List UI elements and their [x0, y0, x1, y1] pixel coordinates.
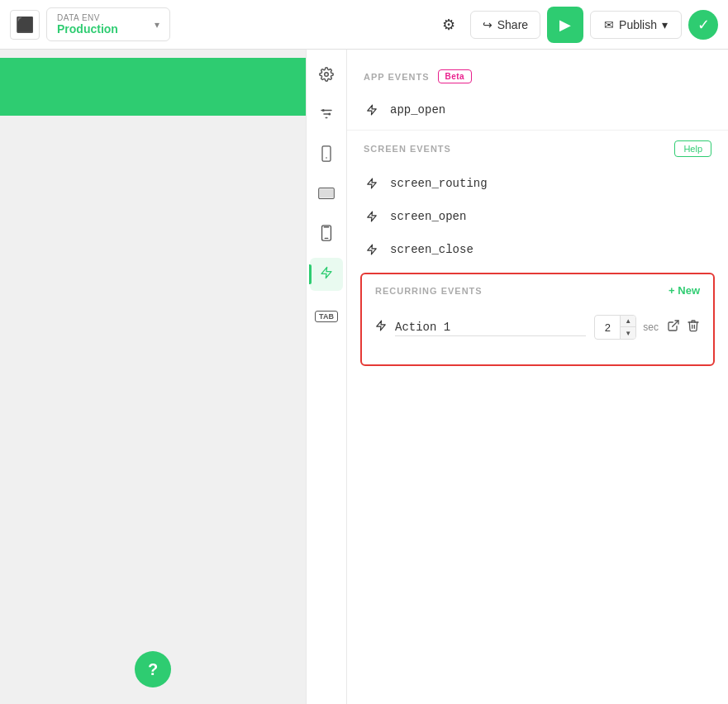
- lightning-event-icon: [364, 103, 380, 117]
- mobile2-icon: [321, 225, 332, 245]
- svg-rect-6: [322, 145, 331, 160]
- sidebar-item-tab[interactable]: TAB: [310, 297, 343, 331]
- svg-marker-15: [368, 178, 377, 188]
- events-panel: APP EVENTS Beta app_open SCREEN EVENTS H…: [347, 50, 728, 704]
- sidebar-item-settings[interactable]: [310, 59, 343, 93]
- screen-routing-icon: [364, 177, 380, 190]
- time-input-group: 2 ▲ ▼ sec: [594, 315, 659, 340]
- help-badge[interactable]: Help: [674, 140, 711, 157]
- screen-events-section-header: SCREEN EVENTS Help: [347, 134, 728, 164]
- screen-close-item[interactable]: screen_close: [347, 233, 728, 266]
- time-spinners: ▲ ▼: [620, 316, 635, 339]
- app-events-section-header: APP EVENTS Beta: [347, 63, 728, 90]
- svg-point-0: [325, 72, 329, 76]
- chevron-down-icon: ▾: [155, 19, 159, 31]
- tab-icon: TAB: [315, 306, 338, 323]
- screen-close-icon: [364, 243, 380, 256]
- publish-button[interactable]: ✉ Publish ▾: [590, 11, 682, 39]
- share-icon: ↪: [483, 18, 492, 31]
- svg-point-4: [322, 109, 325, 112]
- data-env-label: Data Env Production: [57, 13, 118, 36]
- time-value-box: 2 ▲ ▼: [594, 315, 636, 340]
- svg-marker-18: [377, 321, 386, 331]
- svg-line-19: [673, 321, 678, 326]
- screen-routing-label: screen_routing: [390, 177, 488, 190]
- tablet-icon: [318, 187, 335, 204]
- spinner-down-button[interactable]: ▼: [621, 327, 635, 339]
- action-row-buttons: [667, 319, 700, 335]
- main-layout: ?: [0, 50, 728, 704]
- svg-point-5: [328, 112, 331, 115]
- green-bar: [0, 58, 306, 116]
- mobile-icon: [320, 145, 333, 166]
- sidebar-item-lightning[interactable]: [310, 258, 343, 291]
- screen-open-item[interactable]: screen_open: [347, 200, 728, 233]
- recurring-events-title: RECURRING EVENTS: [375, 286, 660, 296]
- share-button[interactable]: ↪ Share: [470, 11, 540, 39]
- app-open-item[interactable]: app_open: [347, 93, 728, 126]
- data-env-top-label: Data Env: [57, 13, 118, 22]
- screen-open-label: screen_open: [390, 210, 466, 223]
- recurring-events-section: RECURRING EVENTS + New 2 ▲ ▼: [360, 273, 715, 366]
- svg-marker-14: [368, 105, 377, 115]
- gear-button[interactable]: ⚙: [434, 10, 464, 40]
- action1-row: 2 ▲ ▼ sec: [362, 307, 713, 348]
- action1-delete-button[interactable]: [687, 319, 700, 335]
- screen-open-icon: [364, 210, 380, 223]
- recurring-events-header: RECURRING EVENTS + New: [362, 274, 713, 307]
- data-env-value: Production: [57, 22, 118, 36]
- action1-lightning-icon: [375, 319, 387, 335]
- sidebar: TAB: [306, 50, 347, 704]
- app-open-label: app_open: [390, 103, 445, 117]
- play-icon: ▶: [559, 16, 571, 34]
- external-link-icon: [667, 319, 680, 335]
- gear-icon: [319, 67, 334, 86]
- new-recurring-button[interactable]: + New: [669, 284, 700, 297]
- svg-marker-16: [368, 212, 377, 221]
- canvas-panel: ?: [0, 50, 306, 704]
- trash-icon: [687, 319, 700, 335]
- publish-chevron-icon: ▾: [662, 18, 668, 31]
- divider1: [347, 130, 728, 131]
- check-button[interactable]: ✓: [688, 10, 718, 40]
- help-button[interactable]: ?: [135, 651, 171, 687]
- filter-icon: [319, 107, 334, 126]
- action1-name-input[interactable]: [395, 319, 586, 336]
- svg-marker-13: [321, 267, 331, 278]
- left-icon-button[interactable]: ⬛: [10, 10, 40, 40]
- sidebar-item-mobile2[interactable]: [310, 218, 343, 251]
- sidebar-item-mobile1[interactable]: [310, 139, 343, 172]
- publish-label: Publish: [619, 18, 657, 31]
- sidebar-item-tablet[interactable]: [310, 178, 343, 212]
- play-button[interactable]: ▶: [547, 7, 583, 43]
- question-icon: ?: [148, 660, 158, 679]
- action1-external-link-button[interactable]: [667, 319, 680, 335]
- header: ⬛ Data Env Production ▾ ⚙ ↪ Share ▶ ✉ Pu…: [0, 0, 728, 50]
- screen-routing-item[interactable]: screen_routing: [347, 167, 728, 200]
- data-env-selector[interactable]: Data Env Production ▾: [46, 7, 170, 41]
- time-value: 2: [595, 318, 620, 337]
- share-label: Share: [497, 18, 528, 31]
- recurring-section-padding: [362, 348, 713, 364]
- lightning-icon: [320, 264, 333, 285]
- screen-events-title: SCREEN EVENTS: [364, 144, 451, 154]
- spinner-up-button[interactable]: ▲: [621, 316, 635, 327]
- time-unit-label: sec: [643, 321, 659, 333]
- beta-badge: Beta: [438, 69, 473, 83]
- app-events-title: APP EVENTS: [364, 72, 430, 82]
- check-icon: ✓: [697, 16, 710, 34]
- publish-icon: ✉: [604, 18, 614, 31]
- svg-rect-9: [320, 189, 333, 197]
- sidebar-item-filter[interactable]: [310, 99, 343, 132]
- screen-close-label: screen_close: [390, 243, 473, 256]
- svg-marker-17: [368, 245, 377, 254]
